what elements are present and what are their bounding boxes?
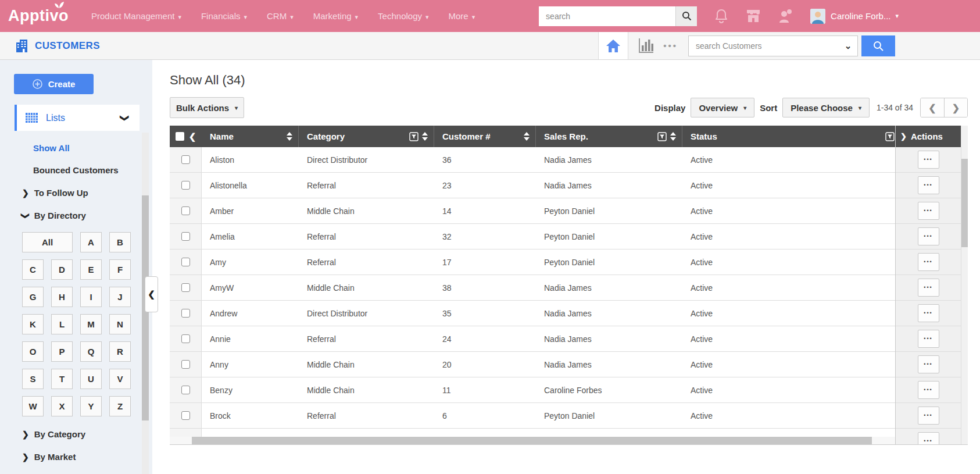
vertical-scrollbar-thumb[interactable] (961, 159, 968, 247)
row-checkbox[interactable] (181, 309, 190, 318)
column-header-name[interactable]: Name (202, 126, 299, 147)
next-page-button[interactable]: ❯ (944, 98, 967, 117)
sort-icon[interactable] (670, 132, 676, 141)
contacts-icon[interactable] (778, 9, 793, 24)
cell-name[interactable]: Andrew (202, 301, 299, 326)
more-options-ellipsis[interactable]: ••• (663, 41, 678, 51)
sidebar-item-lists[interactable]: Lists ❯ (15, 105, 140, 131)
letter-y[interactable]: Y (80, 396, 102, 416)
vertical-scrollbar[interactable] (961, 126, 968, 444)
lists-chevron-down-icon[interactable]: ❯ (120, 114, 131, 122)
select-all-checkbox[interactable] (176, 132, 184, 141)
cell-name[interactable]: Amber (202, 198, 299, 223)
sidebar-collapse-handle[interactable]: ❮ (145, 276, 158, 312)
row-actions-button[interactable]: ••• (918, 279, 939, 297)
letter-p[interactable]: P (51, 341, 73, 362)
letter-c[interactable]: C (22, 259, 44, 280)
letter-q[interactable]: Q (80, 341, 102, 362)
sidebar-group-by-market[interactable]: ❯ By Market (22, 452, 152, 462)
horizontal-scrollbar-thumb[interactable] (192, 437, 872, 444)
row-checkbox[interactable] (181, 232, 190, 241)
cell-name[interactable]: Brock (202, 403, 299, 428)
table-row[interactable]: AmyReferral17Peyton DanielActive (170, 250, 895, 275)
sort-icon[interactable] (422, 132, 428, 141)
cell-name[interactable]: Aliston (202, 147, 299, 172)
apptivo-logo[interactable]: Apptivo (8, 7, 69, 25)
letter-r[interactable]: R (109, 341, 131, 362)
row-actions-button[interactable]: ••• (918, 407, 939, 425)
row-actions-button[interactable]: ••• (918, 432, 939, 444)
letter-h[interactable]: H (51, 287, 73, 307)
table-row[interactable]: AmyWMiddle Chain38Nadia JamesActive (170, 275, 895, 301)
user-caret-down-icon[interactable]: ▾ (895, 12, 899, 20)
letter-v[interactable]: V (109, 369, 131, 389)
global-search-button[interactable] (675, 6, 697, 26)
menu-marketing[interactable]: Marketing▾ (313, 11, 358, 21)
app-search-button[interactable] (861, 35, 895, 56)
row-actions-button[interactable]: ••• (918, 202, 939, 220)
letter-f[interactable]: F (109, 259, 131, 280)
menu-crm[interactable]: CRM▾ (267, 11, 294, 21)
letter-g[interactable]: G (22, 287, 44, 307)
table-row[interactable]: AndrewDirect Distributor35Nadia JamesAct… (170, 301, 895, 326)
row-checkbox[interactable] (181, 386, 190, 394)
letter-z[interactable]: Z (109, 396, 131, 416)
letter-a[interactable]: A (80, 232, 102, 252)
cell-name[interactable]: Annie (202, 326, 299, 351)
reports-button[interactable] (638, 38, 654, 54)
sort-icon[interactable] (287, 132, 292, 141)
cell-name[interactable]: Anny (202, 352, 299, 377)
global-search-input[interactable] (539, 6, 675, 26)
letter-x[interactable]: X (51, 396, 73, 416)
column-header-category[interactable]: Category (299, 126, 434, 147)
letter-all[interactable]: All (22, 232, 73, 252)
user-avatar[interactable] (810, 9, 825, 24)
sidebar-group-by-category[interactable]: ❯ By Category (22, 429, 152, 439)
cell-name[interactable]: Benzy (202, 377, 299, 402)
column-header-customer-number[interactable]: Customer # (434, 126, 536, 147)
table-row[interactable]: AmeliaReferral32Peyton DanielActive (170, 224, 895, 250)
sidebar-link-bounced-customers[interactable]: Bounced Customers (33, 165, 152, 175)
row-actions-button[interactable]: ••• (918, 355, 939, 373)
user-menu[interactable]: Caroline Forb... (831, 11, 890, 21)
letter-b[interactable]: B (109, 232, 131, 252)
collapse-columns-chevron-left-icon[interactable]: ❮ (189, 131, 196, 142)
display-dropdown[interactable]: Overview ▾ (691, 98, 754, 117)
row-checkbox[interactable] (181, 206, 190, 215)
column-header-status[interactable]: Status (682, 126, 895, 147)
letter-i[interactable]: I (80, 287, 102, 307)
filter-icon-partial[interactable] (885, 132, 895, 141)
table-row[interactable]: AnnieReferral24Nadia JamesActive (170, 326, 895, 352)
cell-name[interactable]: AmyW (202, 275, 299, 300)
row-checkbox[interactable] (181, 155, 190, 164)
row-checkbox[interactable] (181, 360, 190, 369)
table-row[interactable]: BrockReferral6Peyton DanielActive (170, 403, 895, 429)
sort-icon[interactable] (524, 132, 530, 141)
menu-product-management[interactable]: Product Management▾ (91, 11, 181, 21)
cell-name[interactable]: Alistonella (202, 173, 299, 198)
letter-m[interactable]: M (80, 314, 102, 334)
letter-j[interactable]: J (109, 287, 131, 307)
row-checkbox[interactable] (181, 283, 190, 292)
letter-l[interactable]: L (51, 314, 73, 334)
menu-more[interactable]: More▾ (449, 11, 475, 21)
row-checkbox[interactable] (181, 181, 190, 190)
row-actions-button[interactable]: ••• (918, 381, 939, 399)
sidebar-group-by-directory[interactable]: ❯ By Directory (22, 211, 152, 220)
row-actions-button[interactable]: ••• (918, 227, 939, 245)
app-search-input[interactable] (689, 41, 839, 51)
bulk-actions-dropdown[interactable]: Bulk Actions ▾ (170, 97, 244, 118)
sidebar-link-show-all[interactable]: Show All (33, 143, 152, 153)
table-row[interactable]: AlistonDirect Distributor36Nadia JamesAc… (170, 147, 895, 173)
table-row[interactable]: AnnyMiddle Chain20Nadia JamesActive (170, 352, 895, 377)
row-actions-button[interactable]: ••• (918, 253, 939, 271)
row-actions-button[interactable]: ••• (918, 176, 939, 194)
row-actions-button[interactable]: ••• (918, 151, 939, 169)
menu-technology[interactable]: Technology▾ (378, 11, 428, 21)
table-row[interactable]: AmberMiddle Chain14Peyton DanielActive (170, 198, 895, 224)
row-actions-button[interactable]: ••• (918, 330, 939, 348)
chevron-right-icon[interactable]: ❯ (900, 132, 907, 141)
row-checkbox[interactable] (181, 258, 190, 266)
letter-u[interactable]: U (80, 369, 102, 389)
home-button[interactable] (598, 32, 628, 59)
